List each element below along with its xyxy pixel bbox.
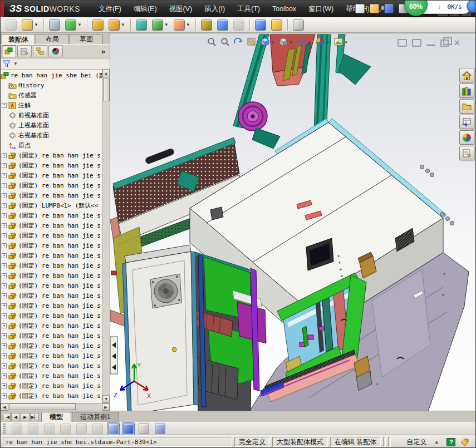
dropdown-caret-icon[interactable]: ▼ — [121, 23, 125, 27]
mate-paperclip-button[interactable] — [47, 18, 62, 32]
graphics-viewport[interactable]: Y X Z ▼▼▼▼▼ × — [110, 33, 475, 411]
table-button[interactable] — [137, 422, 151, 436]
motion-results-button[interactable] — [26, 422, 40, 436]
expand-plus-icon[interactable]: + — [2, 183, 7, 188]
tree-item[interactable]: +(固定) re ban han jie s — [1, 190, 102, 200]
expand-plus-icon[interactable]: + — [2, 363, 7, 368]
doc-tab-模型[interactable]: 模型 — [41, 412, 71, 422]
expand-plus-icon[interactable]: + — [2, 263, 7, 268]
exploded-view-button[interactable] — [215, 18, 230, 32]
tree-item[interactable]: 传感器 — [1, 90, 102, 100]
panel-tab-布局[interactable]: 布局 — [36, 34, 69, 44]
appearances-button[interactable]: ▼ — [315, 36, 331, 50]
save-button[interactable] — [382, 2, 395, 15]
tree-vertical-scrollbar[interactable]: ▲ ▼ — [102, 70, 110, 403]
scroll-left-arrow[interactable]: ◀ — [1, 403, 8, 411]
appearances-ball-button[interactable] — [459, 130, 474, 145]
more-chevron[interactable]: » — [101, 47, 105, 56]
cube-mode-button[interactable] — [122, 422, 135, 435]
tree-item[interactable]: +(固定) re ban han jie s — [1, 371, 102, 381]
expand-plus-icon[interactable]: + — [2, 103, 7, 108]
reference-geometry-button[interactable]: ▼ — [172, 18, 192, 32]
expand-plus-icon[interactable]: + — [2, 243, 7, 248]
expand-plus-icon[interactable]: + — [2, 203, 7, 208]
tree-item[interactable]: +(固定) re ban han jie s — [1, 381, 102, 391]
view-orientation-button[interactable]: ▼ — [259, 36, 276, 50]
tree-item[interactable]: +(固定) re ban han jie s — [1, 260, 102, 270]
tree-item[interactable]: +(固定) re ban han jie s — [1, 361, 102, 371]
image-frame-button[interactable] — [291, 18, 306, 32]
filter-caret-icon[interactable]: ▼ — [13, 62, 18, 66]
tree-item[interactable]: +(固定) re ban han jie s — [1, 341, 102, 351]
dropdown-caret-icon[interactable]: ▼ — [326, 41, 330, 45]
dropdown-caret-icon[interactable]: ▼ — [34, 23, 38, 27]
tab-nav-0[interactable]: ▏◀ — [2, 413, 11, 421]
expand-plus-icon[interactable]: + — [2, 333, 7, 338]
motion-lines-button[interactable] — [58, 422, 72, 436]
measure-arrow-button[interactable] — [253, 18, 268, 32]
toolbar-grip[interactable] — [3, 424, 6, 434]
motion-calculate-button[interactable] — [42, 422, 56, 436]
scroll-right-arrow[interactable]: ▶ — [102, 403, 110, 411]
tree-item[interactable]: +(固定) LUMP8<1> (默认<< — [1, 200, 102, 210]
tree-item[interactable]: +(固定) re ban han jie s — [1, 160, 102, 170]
zoom-fit-button[interactable] — [206, 36, 217, 50]
zoom-area-button[interactable] — [219, 36, 230, 50]
dropdown-caret-icon[interactable]: ▼ — [307, 41, 312, 45]
tree-item[interactable]: +(固定) re ban han jie s — [1, 180, 102, 190]
expand-plus-icon[interactable]: + — [2, 343, 7, 348]
save-results-button[interactable] — [153, 422, 167, 436]
tab-nav-1[interactable]: ◀ — [11, 413, 20, 421]
tree-item[interactable]: +(固定) re ban han jie s — [1, 250, 102, 260]
dropdown-caret-icon[interactable]: ▼ — [186, 23, 190, 27]
motion-keys-button[interactable] — [91, 422, 105, 436]
expand-plus-icon[interactable]: + — [2, 313, 7, 318]
menu-i[interactable]: 插入(I) — [198, 1, 231, 17]
tree-item[interactable]: 原点 — [1, 140, 102, 150]
dropdown-caret-icon[interactable]: ▼ — [271, 41, 275, 45]
help-icon[interactable]: ? — [446, 438, 455, 446]
insert-component-button[interactable] — [4, 18, 18, 32]
menu-t[interactable]: 工具(T) — [231, 1, 266, 17]
new-document-button[interactable] — [354, 2, 366, 15]
scroll-up-arrow[interactable]: ▲ — [102, 70, 110, 77]
tree-item[interactable]: 右视基准面 — [1, 130, 102, 140]
tree-item[interactable]: +(固定) re ban han jie s — [1, 240, 102, 250]
view-palette-button[interactable] — [459, 115, 474, 129]
tree-item[interactable]: +(固定) re ban han jie s — [1, 301, 102, 311]
dropdown-caret-icon[interactable]: ▼ — [289, 41, 293, 45]
tab-nav-2[interactable]: ▶ — [21, 413, 30, 421]
menu-e[interactable]: 编辑(E) — [127, 1, 163, 17]
assembly-features-button[interactable]: ▼ — [150, 18, 170, 32]
tree-item[interactable]: 上视基准面 — [1, 120, 102, 130]
featuremanager-icon[interactable] — [2, 45, 16, 57]
expand-plus-icon[interactable]: + — [2, 373, 7, 378]
doc-minimize-icon[interactable] — [426, 44, 435, 46]
collapse-left-pane-icon[interactable] — [398, 39, 407, 47]
tab-nav-3[interactable]: ▶▏ — [30, 413, 39, 421]
panel-tab-草图[interactable]: 草图 — [70, 34, 103, 44]
expand-plus-icon[interactable]: + — [2, 383, 7, 388]
rotate-view-button[interactable] — [233, 36, 244, 50]
filter-funnel-icon[interactable] — [3, 60, 12, 68]
doc-restore-icon[interactable] — [440, 40, 449, 47]
dropdown-caret-icon[interactable]: ▼ — [164, 23, 169, 27]
design-library-button[interactable] — [459, 83, 474, 98]
expand-plus-icon[interactable]: + — [2, 303, 7, 308]
interference-check-button[interactable] — [232, 18, 246, 32]
doc-tab-运动算例1[interactable]: 运动算例1 — [72, 412, 119, 422]
tree-item[interactable]: +(固定) re ban han jie s — [1, 331, 102, 341]
expand-plus-icon[interactable]: + — [2, 153, 7, 158]
section-view-button[interactable] — [246, 36, 257, 50]
expand-plus-icon[interactable]: + — [2, 273, 7, 278]
tree-item[interactable]: +(固定) re ban han jie s — [1, 280, 102, 291]
tree-item[interactable]: +(固定) re ban han jie s — [1, 321, 102, 331]
customize-label[interactable]: 自定义 — [406, 437, 426, 447]
expand-plus-icon[interactable]: + — [2, 193, 7, 198]
hide-show-items-button[interactable]: ▼ — [296, 36, 312, 50]
expand-plus-icon[interactable]: + — [2, 283, 7, 288]
file-explorer-button[interactable] — [459, 99, 474, 114]
expand-plus-icon[interactable]: + — [2, 233, 7, 238]
menu-f[interactable]: 文件(F) — [92, 1, 127, 17]
dropdown-caret-icon[interactable]: ▼ — [344, 41, 349, 45]
